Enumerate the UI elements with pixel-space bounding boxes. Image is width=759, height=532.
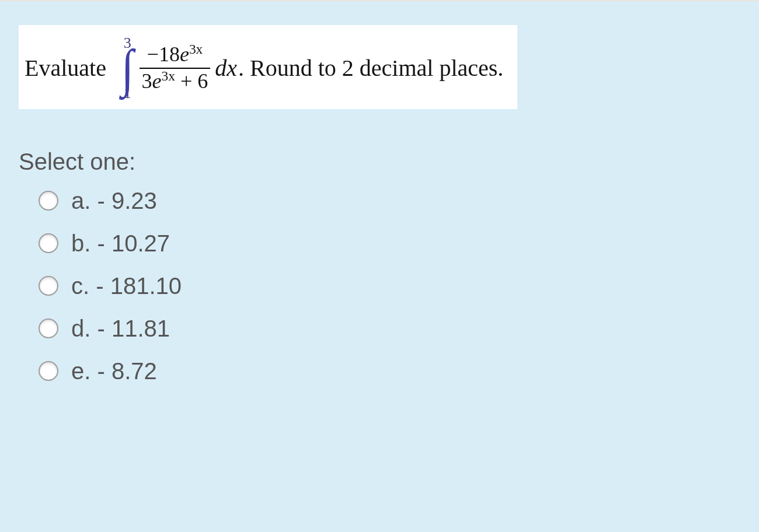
integral-expression: 3 ∫ 1 −18e3x 3e3x + 6 dx [120, 36, 237, 101]
denom-a-e: e [152, 69, 162, 93]
integral-sign-icon: ∫ [121, 48, 134, 88]
option-e-text: - 8.72 [97, 358, 156, 384]
option-a[interactable]: a. - 9.23 [39, 188, 759, 214]
fraction-numerator: −18e3x [145, 43, 206, 66]
fraction-denominator: 3e3x + 6 [140, 70, 211, 93]
denom-a-coeff: 3 [142, 69, 152, 93]
question-prompt: Evaluate 3 ∫ 1 −18e3x 3e3x + 6 [19, 25, 517, 109]
option-b-text: - 10.27 [97, 230, 170, 256]
option-d-label: d. - 11.81 [71, 316, 170, 342]
option-b-label: b. - 10.27 [71, 230, 170, 257]
question-row: Evaluate 3 ∫ 1 −18e3x 3e3x + 6 [25, 36, 503, 101]
radio-a[interactable] [39, 191, 58, 211]
quiz-page: Evaluate 3 ∫ 1 −18e3x 3e3x + 6 [0, 0, 759, 532]
option-d-letter: d. [71, 316, 90, 341]
numerator-minus: − [147, 43, 159, 66]
option-a-label: a. - 9.23 [71, 188, 157, 214]
radio-d[interactable] [39, 318, 58, 338]
evaluate-label: Evaluate [25, 54, 106, 82]
content-area: Evaluate 3 ∫ 1 −18e3x 3e3x + 6 [0, 2, 759, 384]
option-d[interactable]: d. - 11.81 [39, 316, 759, 342]
option-e-label: e. - 8.72 [71, 358, 157, 384]
option-d-text: - 11.81 [97, 316, 170, 341]
integrand-fraction: −18e3x 3e3x + 6 [140, 43, 211, 93]
option-c-label: c. - 181.10 [71, 273, 182, 299]
radio-c[interactable] [39, 276, 58, 296]
question-suffix: . Round to 2 decimal places. [238, 54, 503, 82]
option-a-text: - 9.23 [97, 188, 156, 214]
integral-sign-wrap: 3 ∫ 1 [120, 36, 135, 101]
option-a-letter: a. [71, 188, 90, 214]
option-e[interactable]: e. - 8.72 [39, 358, 759, 384]
denom-b: 6 [197, 69, 208, 93]
denom-a-exp: 3x [162, 68, 175, 83]
option-b[interactable]: b. - 10.27 [39, 230, 759, 257]
denom-plus: + [175, 69, 197, 93]
numerator-e: e [180, 43, 189, 66]
option-c[interactable]: c. - 181.10 [39, 273, 759, 299]
numerator-exp: 3x [189, 41, 203, 57]
option-e-letter: e. [71, 358, 90, 384]
radio-b[interactable] [39, 233, 58, 253]
option-b-letter: b. [71, 230, 90, 256]
select-one-label: Select one: [19, 149, 759, 175]
option-c-text: - 181.10 [96, 273, 182, 299]
options-list: a. - 9.23 b. - 10.27 c. - 181.10 [19, 188, 759, 384]
numerator-coeff: 18 [159, 43, 180, 66]
radio-e[interactable] [39, 361, 58, 381]
dx-label: dx [215, 54, 237, 82]
option-c-letter: c. [71, 273, 89, 299]
